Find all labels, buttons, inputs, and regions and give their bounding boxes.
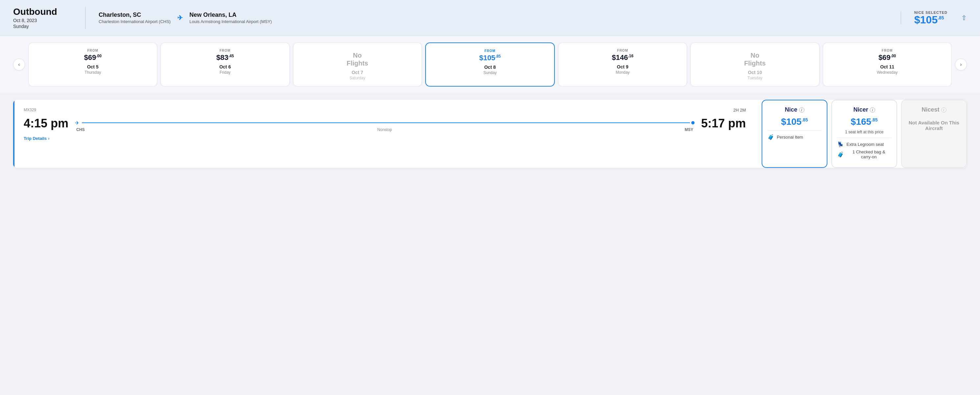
date-5: Oct 10	[695, 70, 814, 75]
weekday-2: Saturday	[298, 76, 417, 80]
date-0: Oct 5	[33, 64, 152, 69]
from-label-1: FROM	[165, 49, 285, 52]
price-detail: NICE SELECTED $105.85	[914, 11, 947, 25]
weekday-1: Friday	[165, 70, 285, 75]
from-label-6: FROM	[828, 49, 947, 52]
weekday-4: Monday	[563, 70, 682, 75]
plane-icon: ✈	[75, 120, 81, 126]
date-card-oct10[interactable]: NoFlights Oct 10 Tuesday	[690, 42, 819, 86]
chevron-right-small-icon: ›	[48, 136, 49, 141]
date-card-oct9[interactable]: FROM $146.16 Oct 9 Monday	[558, 42, 687, 86]
price-3: $105.85	[431, 54, 549, 62]
selected-price-section: NICE SELECTED $105.85 ⇧	[901, 11, 967, 25]
fare-title-nicer: Nicer i	[837, 106, 891, 113]
no-flights-text-0: NoFlights	[298, 51, 417, 67]
nice-info-icon[interactable]: i	[799, 107, 804, 113]
prev-date-button[interactable]: ‹	[13, 59, 25, 70]
date-cards-container: FROM $69.00 Oct 5 Thursday FROM $83.45 O…	[28, 42, 952, 86]
price-0: $69.00	[33, 54, 152, 62]
flight-times: 4:15 pm ✈ CHS Nonstop MSY 5:17 pm	[24, 115, 746, 132]
fare-feature-personal-item: 🧳 Personal Item	[768, 134, 821, 140]
flight-code: MX329	[24, 108, 36, 112]
weekday-5: Tuesday	[695, 76, 814, 80]
date-3: Oct 8	[431, 64, 549, 70]
briefcase-icon: 🧳	[768, 134, 774, 140]
flight-info: MX329 2H 2M 4:15 pm ✈ CHS Nonstop MSY	[13, 100, 755, 168]
date-card-oct5[interactable]: FROM $69.00 Oct 5 Thursday	[28, 42, 157, 86]
price-whole: $105	[914, 14, 937, 26]
date-card-oct7[interactable]: NoFlights Oct 7 Saturday	[293, 42, 422, 86]
fare-feature-baggage: 🧳 1 Checked bag & carry-on	[837, 149, 891, 159]
fare-card-nicer[interactable]: Nicer i $165.85 1 seat left at this pric…	[831, 100, 897, 168]
fare-price-nice: $105.85	[768, 117, 821, 127]
fare-seat-note-nicer: 1 seat left at this price	[837, 130, 891, 134]
baggage-icon: 🧳	[837, 152, 844, 158]
weekday-0: Thursday	[33, 70, 152, 75]
results-section: MX329 2H 2M 4:15 pm ✈ CHS Nonstop MSY	[0, 93, 980, 174]
origin-airport: Charleston International Airport (CHS)	[99, 19, 171, 24]
weekday-6: Wednesday	[828, 70, 947, 75]
collapse-button[interactable]: ⇧	[961, 14, 967, 22]
fare-feature-legroom: 💺 Extra Legroom seat	[837, 141, 891, 147]
date-card-oct11[interactable]: FROM $69.00 Oct 11 Wednesday	[823, 42, 952, 86]
route-arrow-icon: ✈	[177, 14, 183, 22]
fare-price-nicer: $165.85	[837, 117, 891, 127]
route-section: Charleston, SC Charleston International …	[86, 11, 901, 24]
from-label-0: FROM	[33, 49, 152, 52]
outbound-date: Oct 8, 2023	[13, 18, 75, 23]
not-available-text: Not Available On ThisAircraft	[907, 120, 961, 131]
arrive-time: 5:17 pm	[701, 117, 746, 130]
destination-airport: Louis Armstrong International Airport (M…	[189, 19, 272, 24]
destination-city-name: New Orleans, LA	[189, 11, 272, 18]
destination-city: New Orleans, LA Louis Armstrong Internat…	[189, 11, 272, 24]
fare-title-nice: Nice i	[768, 106, 821, 113]
nicest-info-icon: i	[941, 107, 947, 113]
date-card-oct8[interactable]: FROM $105.85 Oct 8 Sunday	[425, 42, 555, 86]
from-label-3: FROM	[431, 49, 549, 53]
nonstop-label: Nonstop	[84, 127, 685, 132]
origin-code-label: CHS	[76, 127, 84, 132]
fare-cards: Nice i $105.85 🧳 Personal Item Nicer i $…	[762, 100, 967, 168]
price-1: $83.45	[165, 54, 285, 62]
fare-card-nice[interactable]: Nice i $105.85 🧳 Personal Item	[762, 100, 827, 168]
selected-price: $105.85	[914, 14, 947, 25]
date-2: Oct 7	[298, 70, 417, 75]
date-1: Oct 6	[165, 64, 285, 69]
outbound-day: Sunday	[13, 24, 75, 29]
origin-city-name: Charleston, SC	[99, 11, 171, 18]
weekday-3: Sunday	[431, 70, 549, 75]
origin-city: Charleston, SC Charleston International …	[99, 11, 171, 24]
nicer-info-icon[interactable]: i	[870, 107, 875, 113]
seat-icon: 💺	[837, 141, 844, 147]
date-4: Oct 9	[563, 64, 682, 69]
outbound-section: Outbound Oct 8, 2023 Sunday	[13, 6, 86, 29]
fare-divider-nice	[768, 130, 821, 131]
chevron-right-icon: ›	[960, 62, 962, 67]
no-flights-text-1: NoFlights	[695, 51, 814, 67]
fare-title-nicest: Nicest i	[907, 106, 961, 113]
dest-code-label: MSY	[685, 127, 693, 132]
trip-details-link[interactable]: Trip Details ›	[24, 136, 746, 141]
date-card-oct6[interactable]: FROM $83.45 Oct 6 Friday	[161, 42, 290, 86]
chevron-left-icon: ‹	[18, 62, 20, 67]
fare-divider-nicer	[837, 138, 891, 138]
flight-duration: 2H 2M	[733, 108, 746, 113]
depart-time: 4:15 pm	[24, 117, 68, 130]
flight-row: MX329 2H 2M 4:15 pm ✈ CHS Nonstop MSY	[13, 100, 967, 168]
fare-card-nicest: Nicest i Not Available On ThisAircraft	[901, 100, 967, 168]
price-cents: .85	[937, 15, 944, 21]
page-title: Outbound	[13, 6, 75, 17]
price-6: $69.00	[828, 54, 947, 62]
header: Outbound Oct 8, 2023 Sunday Charleston, …	[0, 0, 980, 36]
date-6: Oct 11	[828, 64, 947, 69]
from-label-4: FROM	[563, 49, 682, 52]
next-date-button[interactable]: ›	[955, 59, 967, 70]
date-selector: ‹ FROM $69.00 Oct 5 Thursday FROM $83.45…	[0, 36, 980, 93]
price-4: $146.16	[563, 54, 682, 62]
